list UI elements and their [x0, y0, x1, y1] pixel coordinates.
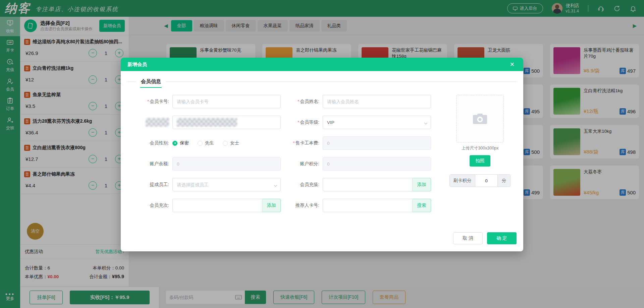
- account-points-input: [323, 157, 431, 171]
- member-info-section-header: 会员信息: [127, 78, 517, 85]
- chevron-down-icon: [274, 182, 277, 188]
- redacted-label: [146, 118, 169, 127]
- member-recharge-input[interactable]: [323, 178, 413, 191]
- take-photo-button[interactable]: 拍照: [470, 155, 490, 167]
- member-card-no-input[interactable]: [172, 95, 281, 108]
- radio-dot-icon: [198, 141, 203, 146]
- swipe-points-group: 刷卡积分 0 分: [449, 174, 511, 187]
- member-level-select[interactable]: [323, 116, 431, 129]
- radio-dot-icon: [172, 141, 177, 146]
- gender-radio-group: 保密 先生 女士: [172, 136, 239, 150]
- radio-mister[interactable]: 先生: [198, 140, 214, 146]
- referrer-card-input[interactable]: [323, 199, 413, 212]
- commission-staff-select[interactable]: [172, 178, 281, 191]
- card-fee-input: [323, 136, 431, 150]
- radio-dot-icon: [223, 141, 228, 146]
- redacted-phone-input[interactable]: [172, 116, 281, 129]
- account-balance-input: [172, 157, 281, 171]
- recharge-times-input[interactable]: [172, 199, 262, 212]
- redacted-value: [177, 118, 237, 127]
- photo-column: 上传尺寸300x300px 拍照 刷卡积分 0 分: [449, 95, 511, 187]
- radio-secret[interactable]: 保密: [172, 140, 189, 146]
- camera-icon: [473, 112, 487, 125]
- swipe-points-label: 刷卡积分: [450, 175, 475, 187]
- section-title: 会员信息: [140, 78, 162, 85]
- recharge-add-button[interactable]: 添加: [413, 178, 431, 191]
- modal-title: 新增会员: [127, 61, 147, 68]
- confirm-button[interactable]: 确 定: [487, 232, 517, 244]
- cancel-button[interactable]: 取 消: [453, 232, 483, 244]
- chevron-down-icon: [424, 120, 428, 126]
- photo-upload-box[interactable]: [456, 95, 504, 142]
- photo-size-hint: 上传尺寸300x300px: [461, 145, 498, 151]
- modal-header: 新增会员 ✕: [121, 58, 523, 71]
- swipe-points-unit: 分: [497, 175, 510, 187]
- member-name-input[interactable]: [323, 95, 431, 108]
- close-icon[interactable]: ✕: [508, 61, 517, 68]
- radio-lady[interactable]: 女士: [223, 140, 239, 146]
- add-member-modal: 新增会员 ✕ 会员信息 *会员卡号: *会员姓名: *会员等级:: [121, 58, 523, 251]
- swipe-points-value[interactable]: 0: [475, 175, 497, 187]
- referrer-search-button[interactable]: 搜索: [413, 199, 431, 212]
- times-add-button[interactable]: 添加: [262, 199, 281, 212]
- pos-app: 纳客 专注单店、小连锁的收银系统 进入后台 便利店 v1.31.4: [0, 0, 644, 308]
